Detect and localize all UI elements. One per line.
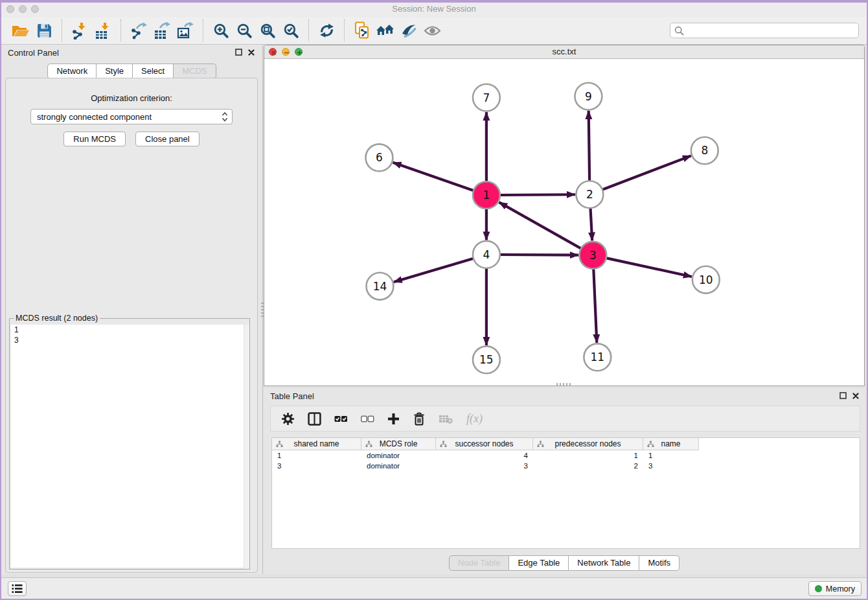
- table-cell[interactable]: 1: [533, 450, 643, 461]
- network-node-4[interactable]: 4: [473, 241, 500, 268]
- network-edge-2-8[interactable]: [602, 156, 691, 189]
- network-close-icon[interactable]: [269, 48, 277, 56]
- column-header-name[interactable]: name: [643, 438, 699, 450]
- network-node-7[interactable]: 7: [473, 84, 500, 111]
- tab-style[interactable]: Style: [97, 63, 133, 79]
- node-label: 15: [479, 353, 494, 366]
- network-window-titlebar[interactable]: scc.txt: [264, 45, 864, 59]
- table-cell[interactable]: 3: [436, 461, 533, 471]
- open-session-button[interactable]: [9, 19, 32, 42]
- network-node-2[interactable]: 2: [576, 181, 603, 208]
- network-edge-4-14[interactable]: [394, 259, 473, 282]
- minimize-window-icon[interactable]: [19, 5, 27, 13]
- table-cell[interactable]: 1: [643, 450, 699, 461]
- duplicate-network-button[interactable]: [350, 19, 374, 42]
- delete-table-button[interactable]: [439, 413, 453, 424]
- network-node-10[interactable]: 10: [692, 266, 720, 294]
- tab-edge-table[interactable]: Edge Table: [509, 555, 569, 571]
- network-node-6[interactable]: 6: [365, 144, 393, 171]
- select-all-columns-button[interactable]: [334, 414, 348, 424]
- node-table[interactable]: shared nameMCDS rolesuccessor nodesprede…: [271, 437, 860, 549]
- import-network-button[interactable]: [68, 19, 91, 42]
- apply-style-button[interactable]: [397, 19, 420, 42]
- network-node-14[interactable]: 14: [366, 273, 393, 300]
- close-window-icon[interactable]: [6, 5, 14, 13]
- zoom-fit-button[interactable]: [256, 19, 279, 42]
- network-node-9[interactable]: 9: [575, 83, 602, 110]
- column-header-mcds-role[interactable]: MCDS role: [361, 438, 436, 450]
- table-cell[interactable]: 1: [272, 450, 361, 461]
- table-cell[interactable]: dominator: [361, 450, 436, 461]
- network-canvas[interactable]: 7968124314101511: [264, 59, 864, 386]
- home-apply-layout-button[interactable]: [374, 19, 397, 42]
- task-history-button[interactable]: [8, 581, 27, 596]
- search-input[interactable]: [687, 26, 854, 36]
- function-builder-button[interactable]: f(x): [466, 412, 483, 426]
- table-cell[interactable]: 3: [272, 461, 361, 471]
- network-edge-3-1[interactable]: [499, 202, 580, 248]
- network-node-11[interactable]: 11: [584, 343, 611, 371]
- network-node-3[interactable]: 3: [579, 242, 606, 269]
- tab-node-table[interactable]: Node Table: [449, 555, 510, 571]
- close-panel-button[interactable]: Close panel: [135, 132, 200, 146]
- search-box[interactable]: [670, 23, 859, 38]
- add-column-button[interactable]: [387, 413, 400, 425]
- panel-mode-button[interactable]: [308, 412, 321, 426]
- export-image-button[interactable]: [174, 19, 197, 42]
- network-node-15[interactable]: 15: [473, 346, 500, 373]
- table-row[interactable]: 3dominator323: [272, 461, 860, 471]
- zoom-out-button[interactable]: [233, 19, 256, 42]
- network-node-8[interactable]: 8: [691, 137, 718, 164]
- network-minimize-icon[interactable]: [282, 48, 290, 56]
- tab-select[interactable]: Select: [133, 63, 174, 79]
- network-edge-1-6[interactable]: [393, 163, 474, 190]
- column-header-shared-name[interactable]: shared name: [272, 438, 361, 450]
- network-edge-3-10[interactable]: [606, 258, 692, 277]
- tab-network-table[interactable]: Network Table: [569, 555, 639, 571]
- show-hide-graphics-button[interactable]: [420, 19, 444, 42]
- mcds-result-text[interactable]: 13: [11, 325, 248, 568]
- save-session-button[interactable]: [32, 19, 56, 42]
- table-settings-button[interactable]: [281, 412, 295, 426]
- tab-motifs[interactable]: Motifs: [639, 555, 680, 571]
- table-cell[interactable]: 4: [436, 450, 533, 461]
- memory-button[interactable]: Memory: [808, 581, 862, 596]
- network-node-1[interactable]: 1: [473, 181, 500, 209]
- close-panel-icon[interactable]: [852, 393, 859, 399]
- horizontal-splitter-grip[interactable]: [556, 383, 571, 386]
- maximize-window-icon[interactable]: [31, 5, 39, 13]
- network-edge-1-2[interactable]: [500, 194, 575, 195]
- import-table-button[interactable]: [91, 19, 115, 42]
- network-maximize-icon[interactable]: [295, 48, 303, 56]
- table-cell[interactable]: dominator: [361, 461, 436, 471]
- refresh-view-button[interactable]: [315, 19, 338, 42]
- close-panel-icon[interactable]: [248, 49, 255, 56]
- refresh-icon: [319, 23, 335, 39]
- network-edge-3-11[interactable]: [593, 269, 597, 343]
- network-edge-2-9[interactable]: [589, 111, 589, 181]
- float-panel-icon[interactable]: [235, 49, 242, 56]
- control-panel-title: Control Panel: [8, 48, 59, 58]
- column-type-icon: [647, 441, 654, 448]
- delete-column-button[interactable]: [413, 412, 426, 426]
- network-edge-2-3[interactable]: [591, 209, 593, 241]
- table-row[interactable]: 1dominator411: [272, 450, 860, 461]
- tab-mcds[interactable]: MCDS: [174, 63, 216, 79]
- deselect-all-columns-button[interactable]: [361, 414, 374, 424]
- float-panel-icon[interactable]: [839, 392, 847, 399]
- zoom-in-button[interactable]: [209, 19, 233, 42]
- column-header-predecessor-nodes[interactable]: predecessor nodes: [533, 438, 643, 450]
- table-cell[interactable]: 2: [533, 461, 643, 471]
- node-table-header: shared nameMCDS rolesuccessor nodesprede…: [272, 438, 860, 450]
- tab-network[interactable]: Network: [47, 63, 97, 79]
- optimization-criterion-select[interactable]: strongly connected component: [30, 109, 233, 124]
- export-table-button[interactable]: [150, 19, 174, 42]
- export-network-button[interactable]: [127, 19, 150, 42]
- column-header-successor-nodes[interactable]: successor nodes: [436, 438, 533, 450]
- network-edge-4-3[interactable]: [500, 255, 578, 255]
- result-scrollbar[interactable]: [244, 325, 249, 569]
- zoom-selected-button[interactable]: [279, 19, 303, 42]
- run-mcds-button[interactable]: Run MCDS: [63, 132, 126, 146]
- table-cell[interactable]: 3: [643, 461, 699, 471]
- vertical-splitter-grip[interactable]: [261, 303, 264, 317]
